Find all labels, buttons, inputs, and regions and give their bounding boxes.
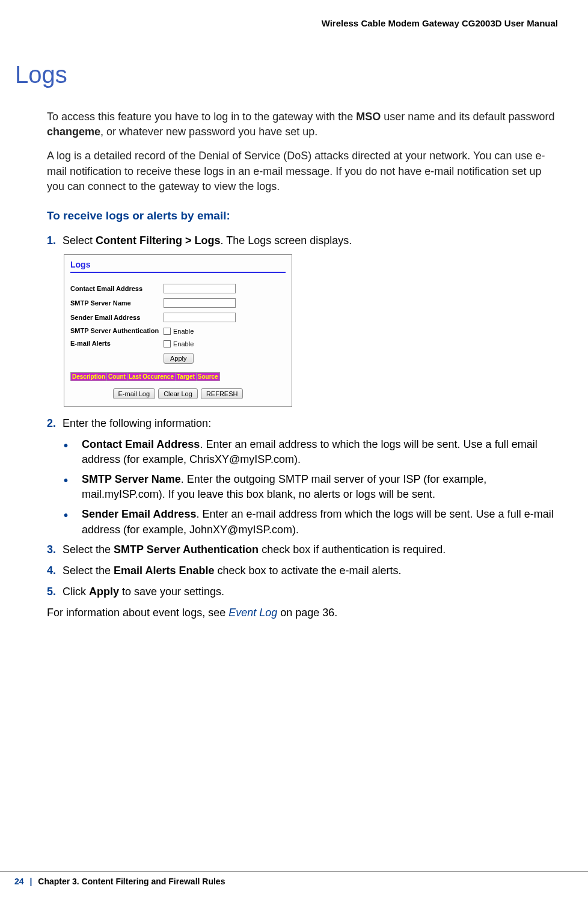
th-target: Target [175,372,197,381]
text: user name and its default password [381,111,554,123]
logs-screenshot: Logs Contact Email Address SMTP Server N… [64,254,292,406]
apply-button-container: Apply [164,353,286,364]
bullet-sender-email: Sender Email Address. Enter an e-mail ad… [64,507,558,537]
contact-email-row: Contact Email Address [70,284,286,293]
bold: Email Alerts Enable [114,565,214,577]
smtp-auth-checkbox[interactable] [164,328,171,335]
th-count: Count [106,372,127,381]
step-1: 1.Select Content Filtering > Logs. The L… [47,233,558,248]
th-source: Source [196,372,220,381]
final-paragraph: For information about event logs, see Ev… [47,605,558,620]
email-log-button[interactable]: E-mail Log [113,388,156,399]
text: check box if authentication is required. [259,543,446,556]
text: Select the [63,543,114,556]
clear-log-button[interactable]: Clear Log [158,388,198,399]
bullet-bold: Contact Email Address [82,438,200,450]
text: , or whatever new password you have set … [100,126,317,138]
th-description: Description [70,372,107,381]
email-alerts-row: E-mail Alerts Enable [70,340,286,347]
text: on page 36. [277,607,337,619]
event-log-link[interactable]: Event Log [228,607,277,619]
screenshot-divider [70,272,286,273]
page-footer: 24 | Chapter 3. Content Filtering and Fi… [0,871,588,886]
bullet-contact-email: Contact Email Address. Enter an email ad… [64,437,558,467]
bullet-smtp-server: SMTP Server Name. Enter the outgoing SMT… [64,472,558,502]
screenshot-title: Logs [70,260,286,269]
footer-divider: | [29,877,32,886]
contact-email-label: Contact Email Address [70,285,164,293]
email-alerts-label: E-mail Alerts [70,340,164,347]
text: To access this feature you have to log i… [47,111,356,123]
text: check box to activate the e-mail alerts. [214,565,401,577]
page-title: Logs [15,61,558,88]
intro-paragraph-2: A log is a detailed record of the Denial… [47,148,558,194]
bold-mso: MSO [356,111,381,123]
intro-paragraph-1: To access this feature you have to log i… [47,109,558,139]
step-3: 3.Select the SMTP Server Authentication … [47,542,558,557]
text: For information about event logs, see [47,607,228,619]
smtp-server-label: SMTP Server Name [70,299,164,307]
chapter-title: Chapter 3. Content Filtering and Firewal… [38,877,225,886]
enable-label: Enable [173,328,194,335]
step-number: 1. [47,233,63,248]
sender-email-label: Sender Email Address [70,314,164,322]
step-number: 5. [47,584,63,599]
log-table-headers: DescriptionCountLast OccurenceTargetSour… [70,372,286,381]
refresh-button[interactable]: REFRESH [201,388,243,399]
step-2: 2.Enter the following information: [47,416,558,431]
text: . The Logs screen displays. [221,234,352,246]
text: to save your settings. [119,586,224,598]
smtp-server-row: SMTP Server Name [70,298,286,308]
text: Enter the following information: [63,417,211,429]
text: Click [63,586,89,598]
step-number: 3. [47,542,63,557]
bold: Apply [89,586,119,598]
sender-email-row: Sender Email Address [70,313,286,322]
th-last-occurence: Last Occurence [127,372,176,381]
smtp-auth-row: SMTP Server Authentication Enable [70,327,286,335]
bold-path: Content Filtering > Logs [96,234,221,246]
step-number: 2. [47,416,63,431]
bold-changeme: changeme [47,126,100,138]
email-alerts-checkbox[interactable] [164,340,171,347]
text: Select [63,234,96,246]
bottom-buttons: E-mail Log Clear Log REFRESH [70,388,286,399]
bullet-bold: SMTP Server Name [82,473,181,485]
apply-button[interactable]: Apply [164,353,194,364]
bullet-bold: Sender Email Address [82,508,196,520]
enable-label: Enable [173,340,194,347]
step-5: 5.Click Apply to save your settings. [47,584,558,599]
smtp-auth-label: SMTP Server Authentication [70,327,164,335]
text: Select the [63,565,114,577]
subheading: To receive logs or alerts by email: [47,209,558,222]
step-4: 4.Select the Email Alerts Enable check b… [47,563,558,578]
bold: SMTP Server Authentication [114,543,259,556]
sender-email-input[interactable] [164,313,236,322]
step-number: 4. [47,563,63,578]
contact-email-input[interactable] [164,284,236,293]
header-title: Wireless Cable Modem Gateway CG2003D Use… [30,18,558,28]
page-number: 24 [14,877,24,886]
smtp-server-input[interactable] [164,298,236,308]
